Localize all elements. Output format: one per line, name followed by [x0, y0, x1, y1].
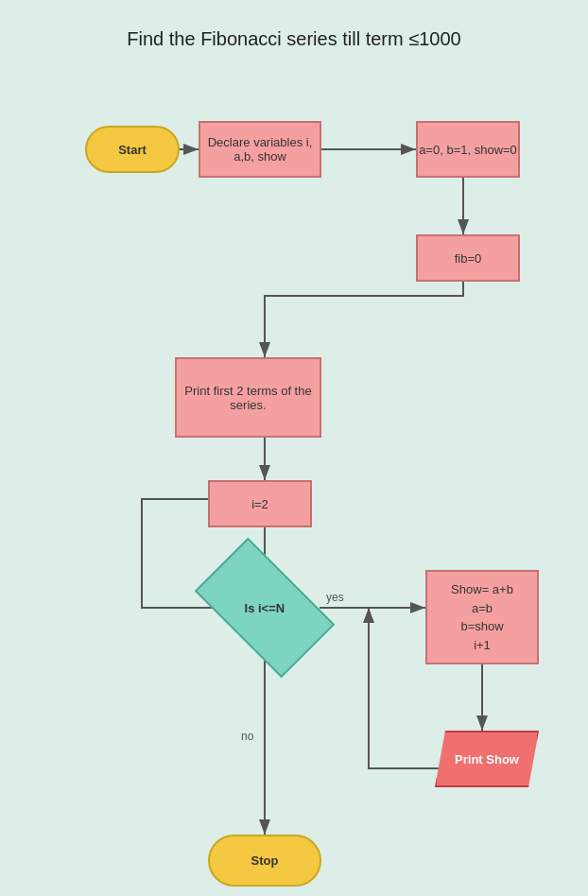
svg-text:yes: yes	[326, 591, 344, 604]
print-first-label: Print first 2 terms of the series.	[177, 384, 320, 412]
start-label: Start	[118, 143, 147, 157]
i-init-shape: i=2	[208, 480, 312, 527]
fib-label: fib=0	[455, 251, 482, 266]
condition-shape: Is i<=N	[195, 538, 335, 678]
print-first-shape: Print first 2 terms of the series.	[175, 357, 321, 438]
i-init-label: i=2	[251, 497, 268, 511]
page-title: Find the Fibonacci series till term ≤100…	[0, 0, 588, 60]
condition-label: Is i<=N	[245, 600, 285, 614]
svg-text:no: no	[241, 730, 254, 743]
declare-label: Declare variables i, a,b, show	[200, 135, 320, 164]
fib-shape: fib=0	[416, 234, 520, 282]
print-show-shape: Print Show	[435, 731, 539, 787]
flowchart: yes no Start Declare variables i, a,b, s…	[0, 60, 588, 882]
start-shape: Start	[85, 126, 180, 173]
print-show-label: Print Show	[455, 752, 519, 767]
declare-shape: Declare variables i, a,b, show	[199, 121, 321, 178]
compute-shape: Show= a+b a=b b=show i+1	[425, 570, 539, 664]
stop-label: Stop	[251, 853, 279, 868]
init-shape: a=0, b=1, show=0	[416, 121, 520, 178]
stop-shape: Stop	[208, 835, 321, 887]
compute-label: Show= a+b a=b b=show i+1	[451, 580, 513, 654]
init-label: a=0, b=1, show=0	[419, 143, 517, 157]
